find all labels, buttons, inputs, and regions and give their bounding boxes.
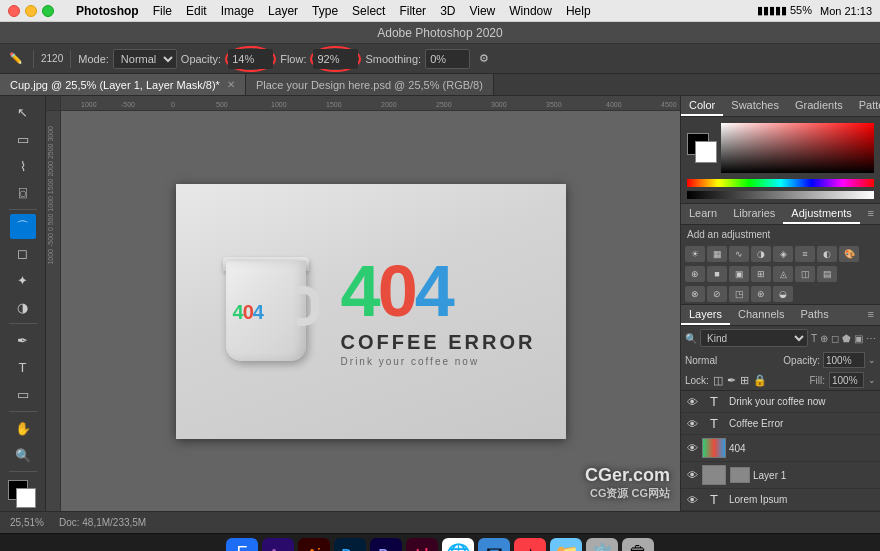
tab-cup-close[interactable]: ✕: [227, 79, 235, 90]
hand-tool[interactable]: ✋: [10, 416, 36, 441]
adj-photo-icon[interactable]: 🎨: [839, 246, 859, 262]
menu-select[interactable]: Select: [352, 4, 385, 18]
settings-icon[interactable]: ⚙: [474, 49, 494, 69]
adjustments-tab[interactable]: Adjustments: [783, 204, 860, 224]
dock-mail[interactable]: ✉: [478, 538, 510, 552]
lock-paint-icon[interactable]: ✒: [727, 374, 736, 387]
opacity-arrow[interactable]: ⌄: [868, 355, 876, 365]
gradients-tab[interactable]: Gradients: [787, 96, 851, 116]
adj-bw-icon[interactable]: ◐: [817, 246, 837, 262]
adj-levels-icon[interactable]: ▦: [707, 246, 727, 262]
adj-brightness-icon[interactable]: ☀: [685, 246, 705, 262]
tab-design[interactable]: Place your Design here.psd @ 25,5% (RGB/…: [246, 74, 494, 95]
mode-select[interactable]: Normal: [113, 49, 177, 69]
background-swatch[interactable]: [695, 141, 717, 163]
brush-tool-icon[interactable]: ✏️: [6, 49, 26, 69]
dock-ae[interactable]: Ae: [262, 538, 294, 552]
adj-solid-icon[interactable]: ■: [707, 266, 727, 282]
menu-filter[interactable]: Filter: [399, 4, 426, 18]
dock-finder2[interactable]: 📁: [550, 538, 582, 552]
adj-gradient2-icon[interactable]: ◫: [795, 266, 815, 282]
layer-visibility-404[interactable]: 👁: [685, 441, 699, 455]
canvas-scroll-area[interactable]: 404 404 COFFEE ERROR Drink your coffee n…: [61, 111, 680, 511]
patterns-tab[interactable]: Patterns: [851, 96, 880, 116]
channels-tab[interactable]: Channels: [730, 305, 792, 325]
paths-tab[interactable]: Paths: [793, 305, 837, 325]
lock-artboard-icon[interactable]: ⊞: [740, 374, 749, 387]
minimize-button[interactable]: [25, 5, 37, 17]
spectrum-bar2[interactable]: [687, 191, 874, 199]
lasso-tool[interactable]: ⌇: [10, 154, 36, 179]
move-tool[interactable]: ↖: [10, 100, 36, 125]
color-tab[interactable]: Color: [681, 96, 723, 116]
adj-channel-icon[interactable]: ⊕: [685, 266, 705, 282]
layer-item-404[interactable]: 👁 404: [681, 435, 880, 462]
adj-hsl-icon[interactable]: ≡: [795, 246, 815, 262]
brush-tool[interactable]: ⌒: [10, 214, 36, 239]
adj-pattern-icon[interactable]: ⊞: [751, 266, 771, 282]
adj-shadow-icon[interactable]: ◒: [773, 286, 793, 302]
adj-posterize-icon[interactable]: ▤: [817, 266, 837, 282]
dodge-tool[interactable]: ◑: [10, 295, 36, 320]
libraries-tab[interactable]: Libraries: [725, 204, 783, 224]
adj-selective-icon[interactable]: ◳: [729, 286, 749, 302]
menu-help[interactable]: Help: [566, 4, 591, 18]
layer-visibility-drink[interactable]: 👁: [685, 395, 699, 409]
layer-type-px-filter[interactable]: ◻: [831, 333, 839, 344]
adj-vibrance-icon[interactable]: ◈: [773, 246, 793, 262]
learn-tab[interactable]: Learn: [681, 204, 725, 224]
dock-chrome[interactable]: 🌐: [442, 538, 474, 552]
adj-replace-icon[interactable]: ⊛: [751, 286, 771, 302]
spectrum-bar[interactable]: [687, 179, 874, 187]
layer-type-path-filter[interactable]: ⬟: [842, 333, 851, 344]
layer-item-layer1[interactable]: 👁 Layer 1: [681, 462, 880, 489]
fg-bg-swatches[interactable]: [687, 133, 717, 163]
pen-tool[interactable]: ✒: [10, 328, 36, 353]
smoothing-input[interactable]: [425, 49, 470, 69]
opacity-input[interactable]: [228, 49, 273, 69]
text-tool[interactable]: T: [10, 355, 36, 380]
layer-type-adj-filter[interactable]: ⊕: [820, 333, 828, 344]
layer-visibility-coffeerr[interactable]: 👁: [685, 417, 699, 431]
traffic-lights[interactable]: [8, 5, 54, 17]
menu-image[interactable]: Image: [221, 4, 254, 18]
lock-transparent-icon[interactable]: ◫: [713, 374, 723, 387]
adj-colorlookup-icon[interactable]: ⊘: [707, 286, 727, 302]
layer-visibility-layer1[interactable]: 👁: [685, 468, 699, 482]
dock-music[interactable]: ♪: [514, 538, 546, 552]
menu-layer[interactable]: Layer: [268, 4, 298, 18]
crop-tool[interactable]: ⌼: [10, 180, 36, 205]
eraser-tool[interactable]: ◻: [10, 241, 36, 266]
menu-3d[interactable]: 3D: [440, 4, 455, 18]
layer-type-T-filter[interactable]: T: [811, 333, 817, 344]
clone-tool[interactable]: ✦: [10, 268, 36, 293]
shape-tool[interactable]: ▭: [10, 382, 36, 407]
zoom-tool[interactable]: 🔍: [10, 443, 36, 468]
color-swatch[interactable]: [8, 480, 38, 507]
close-button[interactable]: [8, 5, 20, 17]
menu-view[interactable]: View: [469, 4, 495, 18]
layer-type-smart-filter[interactable]: ▣: [854, 333, 863, 344]
layers-tab[interactable]: Layers: [681, 305, 730, 325]
layer-item-drink[interactable]: 👁 T Drink your coffee now: [681, 391, 880, 413]
fill-value-input[interactable]: [829, 372, 864, 388]
adj-threshold-icon[interactable]: ◬: [773, 266, 793, 282]
dock-pr[interactable]: Pr: [370, 538, 402, 552]
adj-menu-icon[interactable]: ≡: [862, 204, 880, 224]
menu-type[interactable]: Type: [312, 4, 338, 18]
swatches-tab[interactable]: Swatches: [723, 96, 787, 116]
layer-item-coffeerr[interactable]: 👁 T Coffee Error: [681, 413, 880, 435]
tab-cup[interactable]: Cup.jpg @ 25,5% (Layer 1, Layer Mask/8)*…: [0, 74, 246, 95]
dock-settings[interactable]: ⚙️: [586, 538, 618, 552]
dock-trash[interactable]: 🗑: [622, 538, 654, 552]
menu-window[interactable]: Window: [509, 4, 552, 18]
color-gradient[interactable]: [721, 123, 874, 173]
marquee-tool[interactable]: ▭: [10, 127, 36, 152]
layers-kind-select[interactable]: Kind: [700, 329, 808, 347]
lock-position-icon[interactable]: 🔒: [753, 374, 767, 387]
layer-item-lorem[interactable]: 👁 T Lorem Ipsum: [681, 489, 880, 511]
adj-invert-icon[interactable]: ⊗: [685, 286, 705, 302]
layer-visibility-lorem[interactable]: 👁: [685, 493, 699, 507]
dock-finder[interactable]: F: [226, 538, 258, 552]
background-color[interactable]: [16, 488, 36, 508]
